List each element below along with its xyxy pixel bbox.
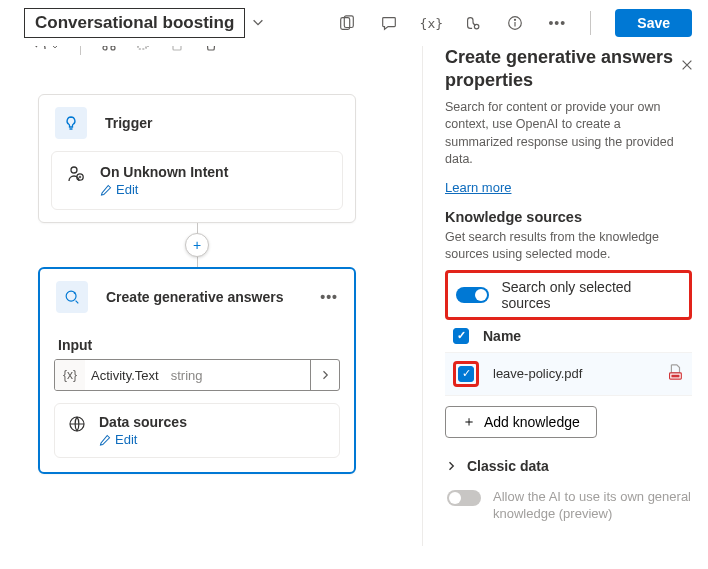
- svg-rect-9: [173, 46, 181, 50]
- svg-point-5: [515, 19, 516, 20]
- svg-rect-8: [138, 46, 146, 49]
- column-name: Name: [483, 328, 521, 344]
- trigger-title: Trigger: [105, 115, 152, 131]
- copilot-icon[interactable]: [338, 14, 356, 32]
- data-sources-edit-link[interactable]: Edit: [99, 432, 187, 447]
- plus-icon: ＋: [462, 413, 476, 431]
- node-menu-icon[interactable]: •••: [320, 289, 338, 305]
- authoring-canvas: Trigger On Unknown Intent Edit +: [0, 46, 380, 546]
- globe-icon: [67, 414, 87, 447]
- input-expression-field[interactable]: {x} Activity.Text string: [54, 359, 340, 391]
- paste-icon[interactable]: [169, 46, 185, 55]
- source-row[interactable]: ✓ leave-policy.pdf: [445, 352, 692, 396]
- save-button[interactable]: Save: [615, 9, 692, 37]
- info-icon[interactable]: [506, 14, 524, 32]
- svg-point-7: [111, 46, 115, 50]
- panel-title: Create generative answers properties: [445, 46, 692, 93]
- close-icon[interactable]: [680, 58, 694, 75]
- analytics-icon[interactable]: [464, 14, 482, 32]
- pdf-file-icon: [666, 363, 684, 384]
- generative-answers-node[interactable]: Create generative answers ••• Input {x} …: [38, 267, 356, 474]
- highlight-row-checkbox: ✓: [453, 361, 479, 387]
- source-filename: leave-policy.pdf: [493, 366, 582, 381]
- learn-more-link[interactable]: Learn more: [445, 180, 511, 195]
- input-section-label: Input: [58, 337, 340, 353]
- person-icon: [66, 164, 88, 187]
- undo-button[interactable]: [32, 46, 60, 54]
- sources-table-header: ✓ Name: [445, 320, 692, 352]
- chevron-down-icon[interactable]: [251, 15, 265, 32]
- knowledge-sources-heading: Knowledge sources: [445, 209, 692, 225]
- panel-description: Search for content or provide your own c…: [445, 99, 692, 169]
- highlight-search-toggle: Search only selected sources: [445, 270, 692, 320]
- svg-point-2: [475, 24, 480, 29]
- chevron-right-icon[interactable]: [310, 360, 339, 390]
- trigger-edit-link[interactable]: Edit: [100, 182, 228, 197]
- comment-icon[interactable]: [380, 14, 398, 32]
- topic-title: Conversational boosting: [35, 13, 234, 33]
- add-knowledge-button[interactable]: ＋ Add knowledge: [445, 406, 597, 438]
- ai-own-toggle: [447, 490, 481, 506]
- trigger-event-card[interactable]: On Unknown Intent Edit: [51, 151, 343, 210]
- svg-point-11: [71, 167, 77, 173]
- separator: [80, 46, 81, 55]
- separator: [590, 11, 591, 35]
- search-selected-toggle[interactable]: [456, 287, 489, 303]
- variable-icon: {x}: [55, 360, 85, 390]
- more-icon[interactable]: •••: [548, 14, 566, 32]
- svg-point-6: [103, 46, 107, 50]
- data-sources-card[interactable]: Data sources Edit: [54, 403, 340, 458]
- select-all-checkbox[interactable]: ✓: [453, 328, 469, 344]
- delete-icon[interactable]: [203, 46, 219, 55]
- knowledge-sources-desc: Get search results from the knowledge so…: [445, 229, 692, 264]
- ai-own-knowledge-row: Allow the AI to use its own general know…: [445, 488, 692, 523]
- variable-icon[interactable]: {x}: [422, 14, 440, 32]
- source-checkbox[interactable]: ✓: [458, 366, 474, 382]
- toggle-label: Search only selected sources: [501, 279, 681, 311]
- properties-panel: Create generative answers properties Sea…: [422, 46, 708, 546]
- copy-icon[interactable]: [135, 46, 151, 55]
- topic-title-dropdown[interactable]: Conversational boosting: [24, 8, 245, 38]
- data-sources-title: Data sources: [99, 414, 187, 430]
- node-title: Create generative answers: [106, 289, 283, 305]
- classic-data-section[interactable]: Classic data: [445, 458, 692, 474]
- trigger-node[interactable]: Trigger On Unknown Intent Edit: [38, 94, 356, 223]
- bulb-icon: [55, 107, 87, 139]
- trigger-event-name: On Unknown Intent: [100, 164, 228, 180]
- cut-icon[interactable]: [101, 46, 117, 55]
- svg-rect-16: [671, 375, 679, 378]
- add-node-button[interactable]: +: [185, 233, 209, 257]
- sparkle-search-icon: [56, 281, 88, 313]
